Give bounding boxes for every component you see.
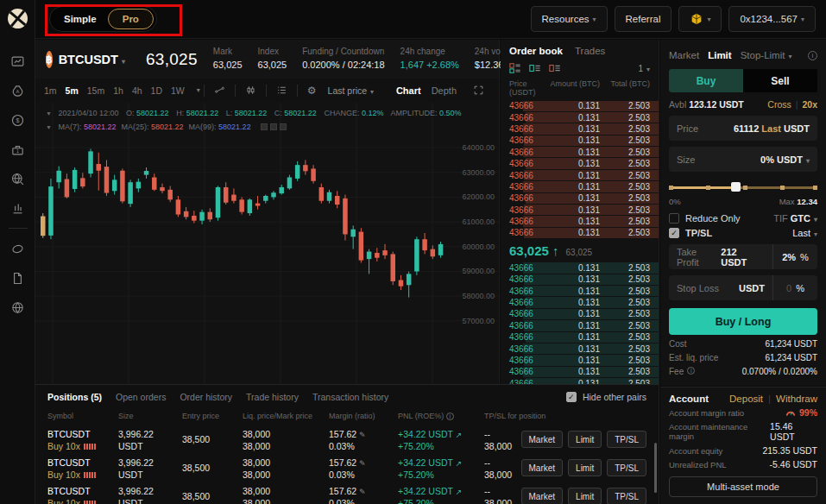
share-pnl-icon[interactable]: ↗ [456,431,463,439]
bid-row[interactable]: 436660.1312.503 [501,343,659,354]
book-view-bids-icon[interactable] [529,62,541,74]
tab-depth[interactable]: Depth [432,85,457,96]
ask-row[interactable]: 436660.1312.503 [501,135,659,146]
ask-row[interactable]: 436660.1312.503 [501,169,659,180]
collapse-arrow-icon[interactable]: ▼ [46,110,52,117]
app-logo-icon[interactable] [8,9,28,28]
withdraw-button[interactable]: Withdraw [776,394,817,404]
ask-row[interactable]: 436660.1312.503 [501,100,659,111]
earn-icon[interactable]: $ [0,105,35,135]
position-action-limit[interactable]: Limit [568,488,602,504]
hide-other-pairs-checkbox[interactable]: ✓ [566,392,577,402]
positions-scrollbar[interactable] [654,443,657,493]
bid-row[interactable]: 436660.1312.503 [501,366,659,377]
hide-other-pairs-toggle[interactable]: ✓ Hide other pairs [566,392,646,402]
wallet-address-dropdown[interactable]: 0x1234...567▾ [728,6,816,32]
precision-dropdown[interactable]: 1▾ [638,64,650,73]
fullscreen-icon[interactable] [473,85,484,96]
pair-selector[interactable]: BTCUSDT▾ [59,53,125,66]
reduce-only-checkbox[interactable] [669,213,679,224]
bid-row[interactable]: 436660.1312.503 [501,274,659,285]
orbit-icon[interactable] [0,234,35,263]
explorer-icon[interactable] [0,164,35,193]
bid-row[interactable]: 436660.1312.503 [501,320,659,331]
interval-1h[interactable]: 1h [113,85,123,96]
buy-long-button[interactable]: Buy / Long [669,308,817,335]
order-type-info-icon[interactable] [808,51,817,60]
book-view-both-icon[interactable] [509,62,521,74]
bid-row[interactable]: 436660.1312.503 [501,297,659,308]
position-action-limit[interactable]: Limit [568,459,602,476]
position-action-tpsl[interactable]: TP/SL [607,431,646,448]
legend-close-icon[interactable] [280,123,287,130]
positions-tab[interactable]: Order history [180,392,232,402]
positions-tab[interactable]: Positions (5) [47,392,102,402]
position-action-market[interactable]: Market [521,459,564,476]
position-action-market[interactable]: Market [521,431,564,448]
positions-tab[interactable]: Transaction history [312,392,388,402]
bid-row[interactable]: 436660.1312.503 [501,285,659,296]
position-action-limit[interactable]: Limit [568,431,602,448]
resources-dropdown[interactable]: Resources▾ [531,6,608,32]
legend-settings-icon[interactable] [270,123,277,130]
chart-type-icon[interactable] [214,85,225,96]
ask-row[interactable]: 436660.1312.503 [501,147,659,158]
bid-row[interactable]: 436660.1312.503 [501,308,659,319]
position-action-tpsl[interactable]: TP/SL [607,488,646,504]
book-view-asks-icon[interactable] [549,62,561,74]
chevron-down-icon[interactable]: ▾ [197,86,200,94]
share-pnl-icon[interactable]: ↗ [456,488,463,496]
rewards-icon[interactable]: 1 [0,135,35,164]
tab-stop-limit[interactable]: Stop-Limit▾ [741,50,792,60]
legend-eye-icon[interactable] [261,123,268,130]
trigger-price-dropdown[interactable]: Last▾ [792,228,817,238]
interval-15m[interactable]: 15m [87,85,104,96]
mode-simple-button[interactable]: Simple [53,14,108,24]
tab-order-book[interactable]: Order book [509,46,563,56]
stats-icon[interactable] [0,193,35,223]
tab-chart[interactable]: Chart [396,85,421,96]
size-input[interactable]: Size 0% USDT▾ [669,147,817,172]
mode-pro-button[interactable]: Pro [108,9,154,29]
last-price-button[interactable]: Last [761,123,781,134]
price-source-dropdown[interactable]: Last price▾ [328,85,375,96]
leverage-button[interactable]: 20x [802,99,817,110]
assets-icon[interactable]: A [0,76,35,105]
ask-row[interactable]: 436660.1312.503 [501,123,659,135]
candles-icon[interactable] [245,85,256,96]
collapse-arrow-icon[interactable]: ▼ [46,124,52,130]
ask-row[interactable]: 436660.1312.503 [501,216,659,227]
ask-row[interactable]: 436660.1312.503 [501,158,659,169]
interval-1W[interactable]: 1W [171,85,185,96]
tab-limit[interactable]: Limit [708,50,731,60]
ask-row[interactable]: 436660.1312.503 [501,181,659,192]
position-action-market[interactable]: Market [521,488,564,504]
stop-loss-input[interactable]: Stop Loss USDT 0% [669,275,817,300]
ask-row[interactable]: 436660.1312.503 [501,192,659,204]
margin-mode-button[interactable]: Cross [767,99,791,110]
edit-margin-icon[interactable]: ✎ [359,431,366,439]
tab-trades[interactable]: Trades [575,46,605,56]
ask-row[interactable]: 436660.1312.503 [501,111,659,123]
sell-tab[interactable]: Sell [743,69,817,92]
interval-1m[interactable]: 1m [44,85,57,96]
candlestick-chart[interactable]: 64000.0063000.0062000.0061000.0060000.00… [35,102,500,384]
network-dropdown[interactable]: ▾ [678,6,722,32]
position-action-tpsl[interactable]: TP/SL [607,459,646,476]
referral-button[interactable]: Referral [615,6,672,32]
take-profit-input[interactable]: Take Profit212 USDT 2%% [669,244,817,269]
slider-handle[interactable] [731,182,741,192]
deposit-button[interactable]: Deposit [729,394,763,404]
interval-5m[interactable]: 5m [66,85,79,96]
size-slider[interactable] [669,183,817,192]
share-pnl-icon[interactable]: ↗ [456,459,463,468]
edit-margin-icon[interactable]: ✎ [359,488,366,496]
trade-terminal-icon[interactable] [0,47,35,76]
multi-asset-mode-button[interactable]: Multi-asset mode [669,476,817,497]
language-globe-icon[interactable] [0,293,35,322]
order-book-mid[interactable]: 63,025 ↑ 63,025 [501,239,659,262]
bid-row[interactable]: 436660.1312.503 [501,262,659,274]
price-input[interactable]: Price 61112 Last USDT [669,116,817,141]
docs-icon[interactable] [0,263,35,293]
edit-margin-icon[interactable]: ✎ [359,459,366,468]
